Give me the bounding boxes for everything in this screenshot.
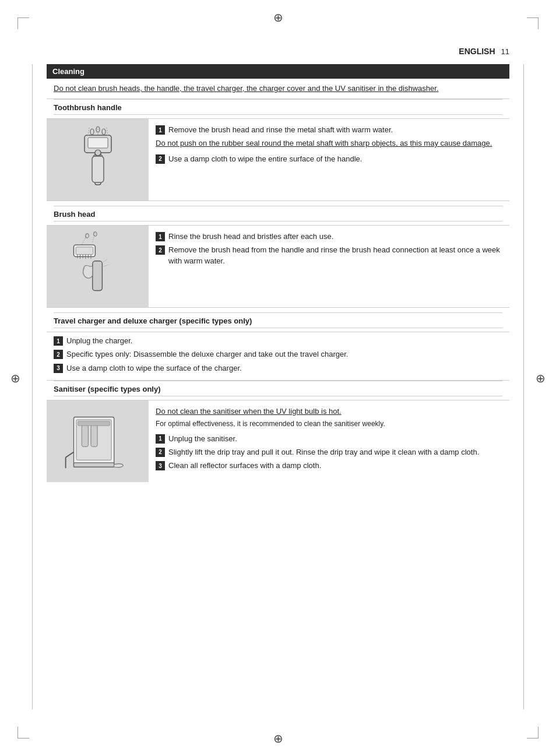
svg-point-2 xyxy=(102,129,105,135)
svg-point-0 xyxy=(90,129,94,135)
brush-head-header: Brush head xyxy=(54,206,502,221)
svg-rect-17 xyxy=(76,247,93,255)
reg-cross-right-icon: ⊕ xyxy=(536,371,546,385)
language-label: ENGLISH xyxy=(459,47,495,56)
cleaning-intro: Do not clean brush heads, the handle, th… xyxy=(47,79,509,99)
brush-step-1-num: 1 xyxy=(156,232,165,241)
sanitiser-note2-row: For optimal effectiveness, it is recomme… xyxy=(156,419,502,429)
sanitiser-step-3-text: Clean all reflector surfaces with a damp… xyxy=(168,460,321,471)
toothbrush-handle-row: 1 Remove the brush head and rinse the me… xyxy=(47,119,509,201)
charger-step-2: 2 Specific types only: Disassemble the d… xyxy=(54,349,502,360)
svg-rect-34 xyxy=(78,421,109,426)
svg-line-29 xyxy=(103,265,108,266)
charger-step-3: 3 Use a damp cloth to wipe the surface o… xyxy=(54,363,502,374)
svg-line-12 xyxy=(82,234,87,245)
svg-rect-32 xyxy=(82,425,88,446)
toothbrush-handle-image xyxy=(47,119,149,201)
sanitiser-note1-row: Do not clean the sanitiser when the UV l… xyxy=(156,406,502,417)
cleaning-intro-text: Do not clean brush heads, the handle, th… xyxy=(54,84,439,93)
sanitiser-note1: Do not clean the sanitiser when the UV l… xyxy=(156,407,342,416)
travel-charger-header: Travel charger and deluxe charger (speci… xyxy=(54,312,502,328)
svg-point-15 xyxy=(93,232,97,236)
page-header: ENGLISH 11 xyxy=(459,47,509,56)
sanitiser-step-3: 3 Clean all reflector surfaces with a da… xyxy=(156,460,502,471)
step-2-num: 2 xyxy=(156,154,165,164)
toothbrush-handle-header-row: Toothbrush handle xyxy=(47,99,509,119)
corner-mark-top-left xyxy=(17,17,29,29)
corner-mark-bottom-left xyxy=(17,727,29,739)
brush-step-2: 2 Remove the brush head from the handle … xyxy=(156,245,502,266)
reg-cross-top-icon: ⊕ xyxy=(273,10,283,24)
svg-rect-33 xyxy=(91,425,97,446)
brush-head-illustration xyxy=(60,231,136,301)
charger-step-1-num: 1 xyxy=(54,336,63,346)
brush-head-image xyxy=(47,226,149,307)
charger-step-1: 1 Unplug the charger. xyxy=(54,336,502,346)
step-1-text: Remove the brush head and rinse the meta… xyxy=(168,125,393,135)
corner-mark-bottom-right xyxy=(527,727,539,739)
svg-point-8 xyxy=(95,150,101,156)
toothbrush-warning: Do not push on the rubber seal round the… xyxy=(156,138,502,149)
brush-head-row: 1 Rinse the brush head and bristles afte… xyxy=(47,226,509,308)
brush-step-1: 1 Rinse the brush head and bristles afte… xyxy=(156,231,502,242)
charger-step-2-text: Specific types only: Disassemble the del… xyxy=(66,349,348,360)
page-number: 11 xyxy=(501,47,509,56)
toothbrush-rinse-illustration xyxy=(60,125,136,195)
brush-head-text: 1 Rinse the brush head and bristles afte… xyxy=(149,226,509,307)
svg-rect-4 xyxy=(88,138,108,148)
sanitiser-note2: For optimal effectiveness, it is recomme… xyxy=(156,420,385,428)
toothbrush-warning-text: Do not push on the rubber seal round the… xyxy=(156,139,492,147)
charger-step-1-text: Unplug the charger. xyxy=(66,336,132,346)
reg-cross-left-icon: ⊕ xyxy=(10,371,20,385)
brush-step-1-text: Rinse the brush head and bristles after … xyxy=(168,231,333,242)
svg-rect-7 xyxy=(92,156,104,182)
toothbrush-step-1: 1 Remove the brush head and rinse the me… xyxy=(156,125,502,135)
sanitiser-text: Do not clean the sanitiser when the UV l… xyxy=(149,400,509,482)
sanitiser-step-3-num: 3 xyxy=(156,461,165,470)
sanitiser-illustration xyxy=(60,406,136,476)
charger-step-2-num: 2 xyxy=(54,350,63,359)
travel-charger-steps: 1 Unplug the charger. 2 Specific types o… xyxy=(47,332,509,381)
toothbrush-handle-header: Toothbrush handle xyxy=(54,99,502,115)
sanitiser-step-2-text: Slightly lift the drip tray and pull it … xyxy=(168,447,479,458)
reg-cross-bottom-icon: ⊕ xyxy=(273,732,283,746)
sanitiser-step-2: 2 Slightly lift the drip tray and pull i… xyxy=(156,447,502,458)
toothbrush-handle-text: 1 Remove the brush head and rinse the me… xyxy=(149,119,509,201)
brush-step-2-num: 2 xyxy=(156,245,165,255)
cleaning-section-header: Cleaning xyxy=(47,64,509,79)
charger-step-3-text: Use a damp cloth to wipe the surface of … xyxy=(66,363,242,374)
travel-charger-header-row: Travel charger and deluxe charger (speci… xyxy=(47,312,509,332)
sanitiser-step-1-text: Unplug the sanitiser. xyxy=(168,434,237,444)
side-rule-left xyxy=(32,64,33,709)
svg-line-28 xyxy=(102,259,107,263)
svg-rect-24 xyxy=(92,261,102,291)
main-content: Cleaning Do not clean brush heads, the h… xyxy=(47,64,509,709)
svg-line-36 xyxy=(65,452,73,457)
sanitiser-row: Do not clean the sanitiser when the UV l… xyxy=(47,400,509,482)
charger-step-3-num: 3 xyxy=(54,364,63,373)
step-2-text: Use a damp cloth to wipe the entire surf… xyxy=(168,154,362,164)
sanitiser-step-1-num: 1 xyxy=(156,434,165,444)
sanitiser-step-1: 1 Unplug the sanitiser. xyxy=(156,434,502,444)
side-rule-right xyxy=(523,64,524,709)
corner-mark-top-right xyxy=(527,17,539,29)
step-1-num: 1 xyxy=(156,125,165,135)
sanitiser-header: Sanitiser (specific types only) xyxy=(54,381,502,396)
sanitiser-header-row: Sanitiser (specific types only) xyxy=(47,381,509,400)
svg-rect-35 xyxy=(73,463,114,467)
brush-step-2-text: Remove the brush head from the handle an… xyxy=(168,245,502,266)
brush-head-header-row: Brush head xyxy=(47,206,509,226)
sanitiser-image xyxy=(47,400,149,482)
sanitiser-step-2-num: 2 xyxy=(156,448,165,457)
toothbrush-step-2: 2 Use a damp cloth to wipe the entire su… xyxy=(156,154,502,164)
